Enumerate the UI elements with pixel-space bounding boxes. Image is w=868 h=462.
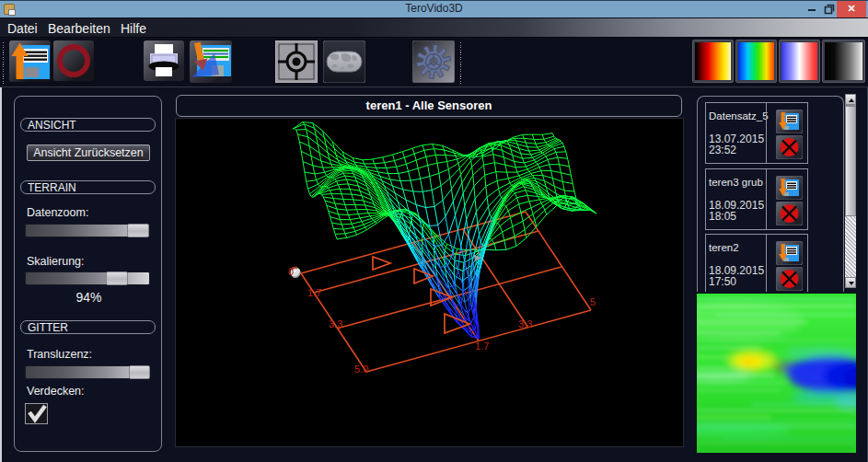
svg-text:5: 5	[590, 296, 596, 307]
svg-text:5.0: 5.0	[354, 364, 368, 375]
svg-text:1.7: 1.7	[475, 341, 489, 352]
svg-text:0: 0	[288, 266, 294, 277]
svg-text:3.3: 3.3	[329, 318, 342, 329]
svg-text:3.3: 3.3	[518, 318, 532, 329]
svg-text:1.7: 1.7	[307, 287, 321, 298]
